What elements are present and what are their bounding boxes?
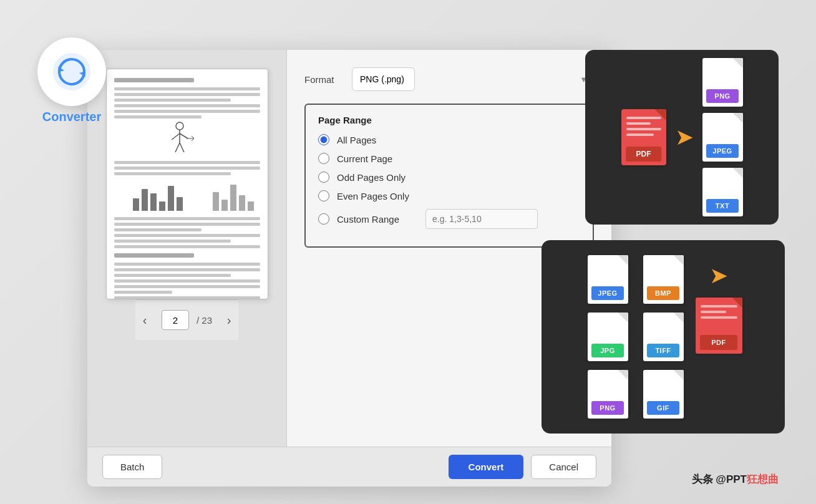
bmp-source-icon: BMP xyxy=(643,255,684,304)
converter-circle xyxy=(37,37,106,106)
pdf-badge: PDF xyxy=(626,147,662,162)
cancel-button[interactable]: Cancel xyxy=(531,455,596,479)
bottom-panel-content: JPEG BMP ➤ PDF xyxy=(585,255,742,419)
format-select[interactable]: PNG (.png) JPEG (.jpg) BMP (.bmp) TIFF (… xyxy=(352,67,415,91)
png-target-icon: PNG xyxy=(702,58,743,107)
radio-odd-pages[interactable]: Odd Pages Only xyxy=(318,172,580,183)
svg-line-10 xyxy=(192,136,194,138)
format-label: Format xyxy=(304,74,342,85)
main-window: ‹ 2 / 23 › Format PNG (.png) JPEG (.jpg)… xyxy=(87,50,611,487)
jpeg-source-icon: JPEG xyxy=(588,255,628,304)
radio-all-pages-label: All Pages xyxy=(337,135,376,145)
svg-point-3 xyxy=(176,122,183,130)
svg-line-8 xyxy=(180,143,184,152)
bar-chart-1 xyxy=(133,183,183,211)
radio-custom-range-label: Custom Range xyxy=(337,214,399,225)
target-icons-column: PNG JPEG TXT xyxy=(702,58,743,216)
convert-button[interactable]: Convert xyxy=(449,455,524,479)
radio-odd-pages-label: Odd Pages Only xyxy=(337,172,406,183)
radio-current-page-label: Current Page xyxy=(337,153,392,164)
page-number-input[interactable]: 2 xyxy=(162,310,189,330)
radio-even-pages[interactable]: Even Pages Only xyxy=(318,190,580,201)
action-buttons: Convert Cancel xyxy=(449,455,596,479)
pdf-panel: ‹ 2 / 23 › xyxy=(87,50,287,447)
format-select-wrapper: PNG (.png) JPEG (.jpg) BMP (.bmp) TIFF (… xyxy=(352,67,594,91)
radio-current-page[interactable]: Current Page xyxy=(318,153,580,164)
svg-line-11 xyxy=(192,138,194,141)
format-row: Format PNG (.png) JPEG (.jpg) BMP (.bmp)… xyxy=(304,67,594,91)
next-page-button[interactable]: › xyxy=(220,311,238,329)
bottom-bar: Batch Convert Cancel xyxy=(87,447,611,487)
page-range-title: Page Range xyxy=(318,115,580,125)
radio-custom-range[interactable]: Custom Range xyxy=(318,209,580,229)
txt-target-icon: TXT xyxy=(702,168,743,216)
txt-badge: TXT xyxy=(706,199,739,213)
pdf-page xyxy=(106,69,268,299)
svg-line-6 xyxy=(180,133,188,138)
conversion-arrow-icon: ➤ xyxy=(675,124,694,150)
stick-figure xyxy=(164,121,260,158)
png-source-icon: PNG xyxy=(588,370,628,419)
page-total: / 23 xyxy=(197,315,212,326)
svg-line-5 xyxy=(172,133,180,140)
top-panel-content: PDF ➤ PNG JPEG xyxy=(621,58,743,216)
radio-even-pages-label: Even Pages Only xyxy=(337,191,409,201)
tiff-source-icon: TIFF xyxy=(643,313,684,361)
svg-line-7 xyxy=(175,143,180,152)
preview-area: ‹ 2 / 23 › Format PNG (.png) JPEG (.jpg)… xyxy=(87,50,611,447)
custom-range-input[interactable] xyxy=(425,209,538,229)
bottom-conversion-arrow-icon: ➤ xyxy=(709,263,728,289)
jpeg-badge: JPEG xyxy=(706,144,739,158)
gif-source-icon: GIF xyxy=(643,370,684,419)
page-range-box: Page Range All Pages Current Page Odd Pa… xyxy=(304,104,594,248)
page-navigation: ‹ 2 / 23 › xyxy=(135,299,238,340)
conversion-panel-top: PDF ➤ PNG JPEG xyxy=(585,50,779,225)
watermark: 头条 @PPT狂想曲 xyxy=(692,472,779,487)
jpeg-target-icon: JPEG xyxy=(702,113,743,162)
converter-logo: Converter xyxy=(37,37,106,124)
pdf-target-icon: PDF xyxy=(696,298,742,354)
png-badge: PNG xyxy=(706,89,739,103)
jpg-source-icon: JPG xyxy=(588,313,628,361)
pdf-source-icon: PDF xyxy=(621,109,666,165)
radio-all-pages[interactable]: All Pages xyxy=(318,134,580,145)
converter-label: Converter xyxy=(42,110,101,124)
bottom-arrow-area: ➤ PDF xyxy=(696,263,742,354)
bar-chart-2 xyxy=(213,183,254,211)
conversion-panel-bottom: JPEG BMP ➤ PDF xyxy=(542,240,785,434)
batch-button[interactable]: Batch xyxy=(102,455,162,479)
prev-page-button[interactable]: ‹ xyxy=(135,311,154,329)
